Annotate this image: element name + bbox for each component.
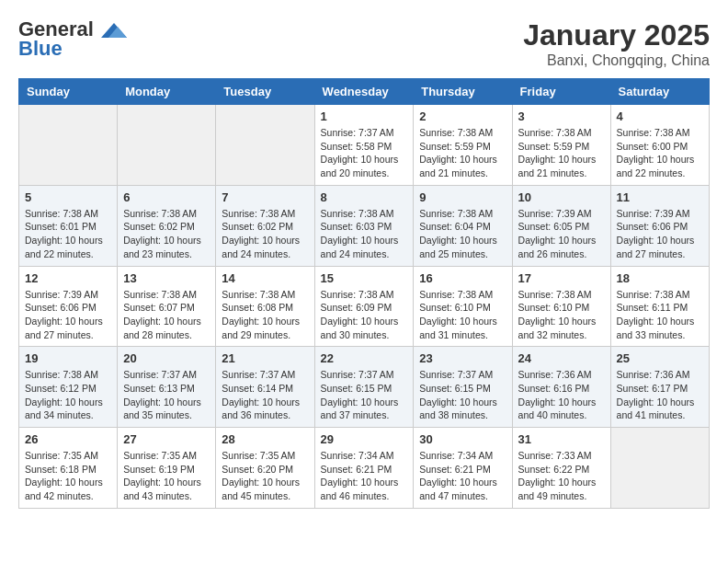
logo: General Blue — [18, 18, 127, 61]
day-info: Sunrise: 7:38 AMSunset: 6:02 PMDaylight:… — [222, 207, 308, 261]
day-number: 22 — [321, 351, 408, 365]
day-info: Sunrise: 7:37 AMSunset: 6:13 PMDaylight:… — [123, 368, 210, 422]
day-number: 15 — [321, 271, 408, 285]
calendar-week-row: 26Sunrise: 7:35 AMSunset: 6:18 PMDayligh… — [19, 428, 710, 509]
day-number: 11 — [617, 190, 703, 204]
calendar-cell: 24Sunrise: 7:36 AMSunset: 6:16 PMDayligh… — [512, 347, 610, 428]
calendar-cell: 18Sunrise: 7:38 AMSunset: 6:11 PMDayligh… — [610, 266, 709, 347]
day-info: Sunrise: 7:35 AMSunset: 6:20 PMDaylight:… — [222, 449, 308, 503]
day-number: 19 — [25, 351, 111, 365]
calendar-header-row: SundayMondayTuesdayWednesdayThursdayFrid… — [19, 79, 710, 105]
calendar-week-row: 5Sunrise: 7:38 AMSunset: 6:01 PMDaylight… — [19, 185, 710, 266]
calendar-week-row: 12Sunrise: 7:39 AMSunset: 6:06 PMDayligh… — [19, 266, 710, 347]
col-header-monday: Monday — [118, 79, 216, 105]
calendar-cell: 30Sunrise: 7:34 AMSunset: 6:21 PMDayligh… — [414, 428, 512, 509]
day-number: 6 — [123, 190, 210, 204]
calendar-cell: 15Sunrise: 7:38 AMSunset: 6:09 PMDayligh… — [314, 266, 414, 347]
calendar-cell: 8Sunrise: 7:38 AMSunset: 6:03 PMDaylight… — [314, 185, 414, 266]
day-number: 2 — [419, 109, 506, 123]
day-info: Sunrise: 7:39 AMSunset: 6:06 PMDaylight:… — [617, 207, 703, 261]
day-number: 28 — [222, 432, 308, 446]
day-number: 14 — [222, 271, 308, 285]
calendar-cell: 20Sunrise: 7:37 AMSunset: 6:13 PMDayligh… — [118, 347, 216, 428]
day-number: 29 — [321, 432, 408, 446]
calendar-cell: 26Sunrise: 7:35 AMSunset: 6:18 PMDayligh… — [19, 428, 118, 509]
day-number: 1 — [321, 109, 408, 123]
day-number: 13 — [123, 271, 210, 285]
title-block: January 2025 Banxi, Chongqing, China — [523, 18, 710, 69]
calendar-cell: 14Sunrise: 7:38 AMSunset: 6:08 PMDayligh… — [216, 266, 314, 347]
day-info: Sunrise: 7:37 AMSunset: 5:58 PMDaylight:… — [321, 126, 408, 180]
calendar-cell: 12Sunrise: 7:39 AMSunset: 6:06 PMDayligh… — [19, 266, 118, 347]
calendar-cell — [610, 428, 709, 509]
col-header-thursday: Thursday — [414, 79, 512, 105]
calendar-cell: 4Sunrise: 7:38 AMSunset: 6:00 PMDaylight… — [610, 105, 709, 186]
day-number: 16 — [419, 271, 506, 285]
calendar-cell: 31Sunrise: 7:33 AMSunset: 6:22 PMDayligh… — [512, 428, 610, 509]
day-number: 3 — [518, 109, 605, 123]
calendar-cell: 19Sunrise: 7:38 AMSunset: 6:12 PMDayligh… — [19, 347, 118, 428]
calendar-table: SundayMondayTuesdayWednesdayThursdayFrid… — [18, 78, 710, 509]
calendar-week-row: 19Sunrise: 7:38 AMSunset: 6:12 PMDayligh… — [19, 347, 710, 428]
day-info: Sunrise: 7:37 AMSunset: 6:15 PMDaylight:… — [321, 368, 408, 422]
day-number: 12 — [25, 271, 111, 285]
day-number: 10 — [518, 190, 605, 204]
day-info: Sunrise: 7:36 AMSunset: 6:17 PMDaylight:… — [617, 368, 703, 422]
day-info: Sunrise: 7:34 AMSunset: 6:21 PMDaylight:… — [321, 449, 408, 503]
calendar-cell: 2Sunrise: 7:38 AMSunset: 5:59 PMDaylight… — [414, 105, 512, 186]
day-info: Sunrise: 7:38 AMSunset: 5:59 PMDaylight:… — [518, 126, 605, 180]
day-info: Sunrise: 7:33 AMSunset: 6:22 PMDaylight:… — [518, 449, 605, 503]
day-info: Sunrise: 7:38 AMSunset: 6:12 PMDaylight:… — [25, 368, 111, 422]
calendar-cell: 27Sunrise: 7:35 AMSunset: 6:19 PMDayligh… — [118, 428, 216, 509]
month-title: January 2025 — [523, 18, 710, 52]
day-info: Sunrise: 7:38 AMSunset: 6:10 PMDaylight:… — [419, 288, 506, 342]
calendar-cell: 10Sunrise: 7:39 AMSunset: 6:05 PMDayligh… — [512, 185, 610, 266]
day-number: 9 — [419, 190, 506, 204]
calendar-cell: 13Sunrise: 7:38 AMSunset: 6:07 PMDayligh… — [118, 266, 216, 347]
day-number: 31 — [518, 432, 605, 446]
calendar-cell: 6Sunrise: 7:38 AMSunset: 6:02 PMDaylight… — [118, 185, 216, 266]
calendar-cell: 25Sunrise: 7:36 AMSunset: 6:17 PMDayligh… — [610, 347, 709, 428]
calendar-cell: 7Sunrise: 7:38 AMSunset: 6:02 PMDaylight… — [216, 185, 314, 266]
day-number: 17 — [518, 271, 605, 285]
calendar-cell: 28Sunrise: 7:35 AMSunset: 6:20 PMDayligh… — [216, 428, 314, 509]
calendar-cell — [216, 105, 314, 186]
day-number: 25 — [617, 351, 703, 365]
col-header-tuesday: Tuesday — [216, 79, 314, 105]
day-number: 18 — [617, 271, 703, 285]
day-number: 8 — [321, 190, 408, 204]
day-info: Sunrise: 7:39 AMSunset: 6:05 PMDaylight:… — [518, 207, 605, 261]
day-number: 21 — [222, 351, 308, 365]
day-info: Sunrise: 7:37 AMSunset: 6:15 PMDaylight:… — [419, 368, 506, 422]
col-header-sunday: Sunday — [19, 79, 118, 105]
location-subtitle: Banxi, Chongqing, China — [523, 52, 710, 69]
col-header-friday: Friday — [512, 79, 610, 105]
page-header: General Blue January 2025 Banxi, Chongqi… — [18, 18, 710, 69]
calendar-cell — [19, 105, 118, 186]
col-header-wednesday: Wednesday — [314, 79, 414, 105]
day-info: Sunrise: 7:35 AMSunset: 6:19 PMDaylight:… — [123, 449, 210, 503]
day-number: 7 — [222, 190, 308, 204]
day-number: 23 — [419, 351, 506, 365]
day-info: Sunrise: 7:38 AMSunset: 5:59 PMDaylight:… — [419, 126, 506, 180]
day-number: 30 — [419, 432, 506, 446]
day-info: Sunrise: 7:38 AMSunset: 6:09 PMDaylight:… — [321, 288, 408, 342]
day-number: 4 — [617, 109, 703, 123]
calendar-cell: 22Sunrise: 7:37 AMSunset: 6:15 PMDayligh… — [314, 347, 414, 428]
calendar-cell: 29Sunrise: 7:34 AMSunset: 6:21 PMDayligh… — [314, 428, 414, 509]
calendar-cell: 1Sunrise: 7:37 AMSunset: 5:58 PMDaylight… — [314, 105, 414, 186]
calendar-cell: 17Sunrise: 7:38 AMSunset: 6:10 PMDayligh… — [512, 266, 610, 347]
day-info: Sunrise: 7:38 AMSunset: 6:08 PMDaylight:… — [222, 288, 308, 342]
day-info: Sunrise: 7:38 AMSunset: 6:04 PMDaylight:… — [419, 207, 506, 261]
calendar-cell: 9Sunrise: 7:38 AMSunset: 6:04 PMDaylight… — [414, 185, 512, 266]
day-info: Sunrise: 7:38 AMSunset: 6:11 PMDaylight:… — [617, 288, 703, 342]
calendar-cell: 3Sunrise: 7:38 AMSunset: 5:59 PMDaylight… — [512, 105, 610, 186]
calendar-cell: 5Sunrise: 7:38 AMSunset: 6:01 PMDaylight… — [19, 185, 118, 266]
day-info: Sunrise: 7:35 AMSunset: 6:18 PMDaylight:… — [25, 449, 111, 503]
calendar-week-row: 1Sunrise: 7:37 AMSunset: 5:58 PMDaylight… — [19, 105, 710, 186]
calendar-cell: 11Sunrise: 7:39 AMSunset: 6:06 PMDayligh… — [610, 185, 709, 266]
day-info: Sunrise: 7:38 AMSunset: 6:03 PMDaylight:… — [321, 207, 408, 261]
calendar-cell: 16Sunrise: 7:38 AMSunset: 6:10 PMDayligh… — [414, 266, 512, 347]
day-info: Sunrise: 7:39 AMSunset: 6:06 PMDaylight:… — [25, 288, 111, 342]
col-header-saturday: Saturday — [610, 79, 709, 105]
